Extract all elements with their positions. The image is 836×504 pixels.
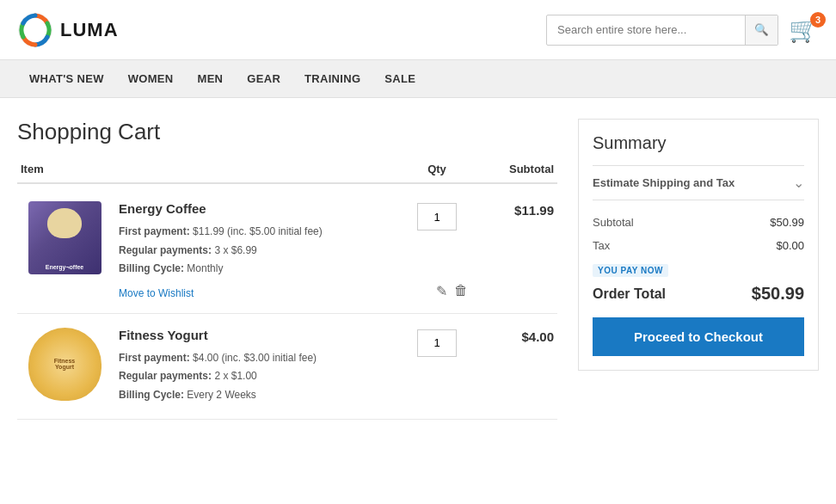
item-meta-coffee: First payment: $11.99 (inc. $5.00 initia… bbox=[119, 223, 396, 279]
you-pay-badge: YOU PAY NOW bbox=[593, 264, 668, 277]
item-details-yogurt: Fitness Yogurt First payment: $4.00 (inc… bbox=[112, 328, 403, 405]
item-image-yogurt bbox=[17, 328, 112, 401]
subtotal-row: Subtotal $50.99 bbox=[593, 211, 804, 234]
first-payment-label-yogurt: First payment: bbox=[119, 352, 190, 364]
nav-item-sale[interactable]: Sale bbox=[372, 62, 427, 95]
billing-cycle-label-yogurt: Billing Cycle: bbox=[119, 389, 184, 401]
nav-item-men[interactable]: Men bbox=[186, 62, 236, 95]
luma-logo-icon bbox=[17, 12, 53, 48]
checkout-button[interactable]: Proceed to Checkout bbox=[593, 317, 804, 356]
tax-value: $0.00 bbox=[776, 239, 804, 252]
move-to-wishlist-coffee[interactable]: Move to Wishlist bbox=[119, 287, 194, 299]
order-total-label: Order Total bbox=[593, 286, 666, 302]
page-title: Shopping Cart bbox=[17, 119, 557, 145]
order-total-row: Order Total $50.99 bbox=[593, 280, 804, 314]
cart-table-header: Item Qty Subtotal bbox=[17, 163, 557, 184]
table-row: Fitness Yogurt First payment: $4.00 (inc… bbox=[17, 314, 557, 420]
item-name-coffee: Energy Coffee bbox=[119, 201, 396, 216]
regular-payments-label-coffee: Regular payments: bbox=[119, 244, 212, 256]
qty-cell-yogurt bbox=[403, 328, 471, 357]
column-qty-header: Qty bbox=[403, 163, 471, 175]
subtotal-label: Subtotal bbox=[593, 216, 634, 229]
main-content: Shopping Cart Item Qty Subtotal Energy C… bbox=[0, 98, 836, 440]
header-right: 🔍 🛒 3 bbox=[546, 15, 819, 46]
billing-cycle-value-yogurt: Every 2 Weeks bbox=[187, 389, 255, 401]
nav-item-training[interactable]: Training bbox=[292, 62, 372, 95]
estimate-label: Estimate Shipping and Tax bbox=[593, 176, 735, 189]
qty-cell-coffee bbox=[403, 201, 471, 230]
cart-button[interactable]: 🛒 3 bbox=[789, 15, 819, 44]
main-nav: What's New Women Men Gear Training Sale bbox=[0, 60, 836, 98]
regular-payments-value-yogurt: 2 x $1.00 bbox=[214, 370, 256, 382]
billing-cycle-label-coffee: Billing Cycle: bbox=[119, 262, 184, 274]
nav-item-gear[interactable]: Gear bbox=[235, 62, 292, 95]
summary-section: Summary Estimate Shipping and Tax ⌄ Subt… bbox=[578, 119, 819, 420]
subtotal-value: $50.99 bbox=[770, 216, 804, 229]
item-details-coffee: Energy Coffee First payment: $11.99 (inc… bbox=[112, 201, 403, 299]
cart-section: Shopping Cart Item Qty Subtotal Energy C… bbox=[17, 119, 557, 420]
search-box[interactable]: 🔍 bbox=[546, 15, 778, 46]
coffee-product-image bbox=[28, 201, 101, 274]
table-row: Energy Coffee First payment: $11.99 (inc… bbox=[17, 187, 557, 314]
column-item-header: Item bbox=[17, 163, 403, 175]
estimate-shipping-row[interactable]: Estimate Shipping and Tax ⌄ bbox=[593, 165, 804, 200]
search-icon: 🔍 bbox=[754, 23, 769, 36]
logo-text: LUMA bbox=[60, 19, 119, 41]
yogurt-product-image bbox=[28, 328, 101, 401]
subtotal-yogurt: $4.00 bbox=[471, 328, 557, 344]
edit-icon-coffee[interactable]: ✎ bbox=[436, 283, 447, 299]
first-payment-value-yogurt: $4.00 (inc. $3.00 initial fee) bbox=[193, 352, 317, 364]
qty-input-coffee[interactable] bbox=[417, 203, 457, 230]
first-payment-value-coffee: $11.99 (inc. $5.00 initial fee) bbox=[193, 225, 323, 237]
column-subtotal-header: Subtotal bbox=[471, 163, 557, 175]
cart-table: Item Qty Subtotal Energy Coffee First pa… bbox=[17, 163, 557, 420]
item-image-coffee bbox=[17, 201, 112, 274]
tax-row: Tax $0.00 bbox=[593, 234, 804, 257]
item-meta-yogurt: First payment: $4.00 (inc. $3.00 initial… bbox=[119, 349, 396, 405]
regular-payments-label-yogurt: Regular payments: bbox=[119, 370, 212, 382]
chevron-down-icon: ⌄ bbox=[793, 175, 804, 191]
summary-totals: Subtotal $50.99 Tax $0.00 YOU PAY NOW Or… bbox=[593, 211, 804, 356]
first-payment-label-coffee: First payment: bbox=[119, 225, 190, 237]
summary-box: Summary Estimate Shipping and Tax ⌄ Subt… bbox=[578, 119, 819, 371]
cart-badge: 3 bbox=[810, 12, 826, 28]
order-total-value: $50.99 bbox=[752, 284, 804, 304]
billing-cycle-value-coffee: Monthly bbox=[187, 262, 223, 274]
nav-item-whats-new[interactable]: What's New bbox=[17, 62, 116, 95]
search-button[interactable]: 🔍 bbox=[745, 15, 778, 45]
subtotal-coffee: $11.99 bbox=[471, 201, 557, 218]
delete-icon-coffee[interactable]: 🗑 bbox=[454, 283, 468, 299]
tax-label: Tax bbox=[593, 239, 610, 252]
item-name-yogurt: Fitness Yogurt bbox=[119, 328, 396, 342]
regular-payments-value-coffee: 3 x $6.99 bbox=[214, 244, 256, 256]
summary-title: Summary bbox=[593, 133, 804, 153]
nav-item-women[interactable]: Women bbox=[116, 62, 186, 95]
header: LUMA 🔍 🛒 3 bbox=[0, 0, 836, 60]
logo[interactable]: LUMA bbox=[17, 12, 119, 48]
qty-input-yogurt[interactable] bbox=[417, 329, 457, 357]
search-input[interactable] bbox=[547, 18, 745, 41]
row-actions-coffee: ✎ 🗑 bbox=[436, 283, 468, 299]
